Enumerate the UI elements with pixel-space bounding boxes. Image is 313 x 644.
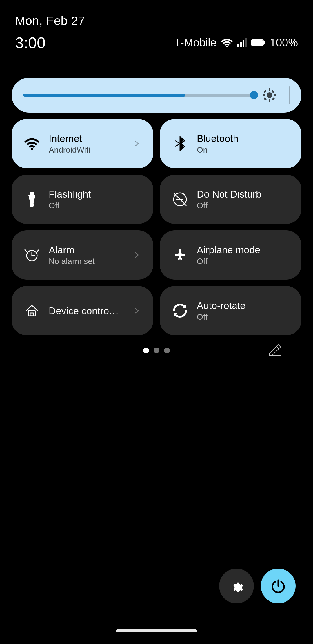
wifi-status-icon (221, 38, 233, 47)
tile-flashlight[interactable]: FlashlightOff (12, 175, 153, 224)
tile-subtitle-do-not-disturb: Off (197, 201, 290, 210)
brightness-row[interactable] (12, 78, 301, 113)
tile-airplane-mode[interactable]: Airplane modeOff (160, 230, 301, 280)
tile-title-airplane-mode: Airplane mode (197, 244, 290, 256)
bluetooth-icon (171, 135, 189, 152)
svg-rect-4 (245, 38, 247, 47)
svg-point-17 (31, 148, 33, 150)
dnd-icon (171, 191, 189, 208)
svg-rect-1 (237, 44, 239, 47)
svg-rect-14 (272, 97, 275, 100)
svg-rect-11 (263, 94, 265, 96)
tile-bluetooth[interactable]: BluetoothOn (160, 119, 301, 168)
tile-alarm[interactable]: AlarmNo alarm set (12, 230, 153, 280)
svg-rect-6 (263, 41, 265, 44)
page-dot-2[interactable] (154, 348, 159, 353)
svg-rect-21 (30, 203, 34, 207)
status-bar: Mon, Feb 27 (0, 0, 313, 34)
tile-subtitle-bluetooth: On (197, 145, 290, 155)
tile-title-auto-rotate: Auto-rotate (197, 300, 290, 311)
tile-subtitle-internet: AndroidWifi (49, 145, 123, 155)
signal-icon (237, 38, 247, 47)
tile-device-controls[interactable]: Device contro… (12, 286, 153, 335)
svg-rect-16 (263, 97, 267, 100)
tile-title-do-not-disturb: Do Not Disturb (197, 189, 290, 200)
edit-button[interactable] (264, 340, 285, 361)
battery-icon (251, 39, 265, 47)
tile-title-device-controls: Device contro… (49, 305, 123, 316)
svg-rect-3 (243, 40, 244, 47)
svg-rect-7 (252, 40, 263, 45)
svg-point-8 (267, 92, 272, 98)
tile-title-bluetooth: Bluetooth (197, 133, 290, 144)
brightness-divider (289, 86, 290, 104)
page-dots (143, 348, 170, 353)
wifi-icon (23, 135, 41, 152)
tile-subtitle-alarm: No alarm set (49, 257, 123, 266)
tile-do-not-disturb[interactable]: Do Not DisturbOff (160, 175, 301, 224)
brightness-icon (262, 88, 277, 103)
arrow-icon-alarm (131, 250, 142, 260)
status-date: Mon, Feb 27 (15, 14, 85, 28)
svg-point-0 (226, 46, 228, 47)
tile-title-alarm: Alarm (49, 244, 123, 256)
page-dot-3[interactable] (164, 348, 170, 353)
tile-title-internet: Internet (49, 133, 123, 144)
system-buttons (219, 569, 296, 603)
tile-grid: InternetAndroidWifi BluetoothOn Flashlig… (12, 119, 301, 335)
alarm-icon (23, 246, 41, 264)
tile-title-flashlight: Flashlight (49, 189, 142, 200)
tile-subtitle-airplane-mode: Off (197, 257, 290, 266)
svg-rect-2 (240, 42, 242, 47)
status-right-group: T-Mobile 1 (174, 37, 298, 49)
rotate-icon (171, 302, 189, 319)
page-indicators-row (12, 342, 301, 359)
home-indicator (116, 629, 197, 632)
tile-subtitle-auto-rotate: Off (197, 312, 290, 322)
carrier-label: T-Mobile (174, 37, 216, 49)
svg-rect-10 (269, 99, 270, 102)
tile-auto-rotate[interactable]: Auto-rotateOff (160, 286, 301, 335)
settings-button[interactable] (219, 569, 254, 603)
tile-internet[interactable]: InternetAndroidWifi (12, 119, 153, 168)
brightness-slider[interactable] (23, 94, 255, 97)
arrow-icon-device-controls (131, 305, 142, 316)
svg-rect-9 (269, 88, 270, 91)
page-dot-1[interactable] (143, 348, 149, 353)
battery-percent: 100% (270, 37, 298, 49)
airplane-icon (171, 246, 189, 264)
arrow-icon-internet (131, 138, 142, 149)
flashlight-icon (23, 191, 41, 208)
power-button[interactable] (261, 569, 296, 603)
svg-rect-20 (30, 192, 34, 195)
status-time: 3:00 (15, 34, 46, 52)
svg-rect-13 (263, 90, 267, 93)
home-icon (23, 302, 41, 319)
quick-settings-panel: InternetAndroidWifi BluetoothOn Flashlig… (0, 69, 313, 371)
svg-rect-15 (271, 90, 274, 93)
tile-subtitle-flashlight: Off (49, 201, 142, 210)
svg-rect-12 (274, 94, 276, 96)
svg-rect-29 (30, 313, 34, 316)
